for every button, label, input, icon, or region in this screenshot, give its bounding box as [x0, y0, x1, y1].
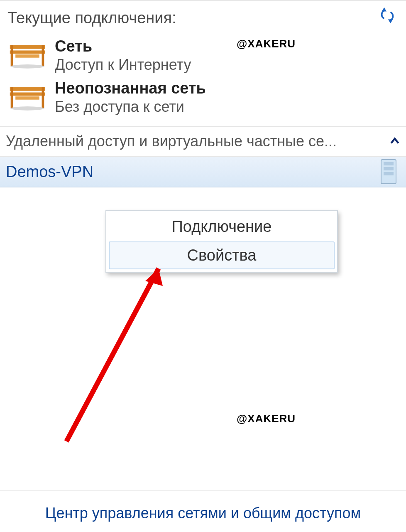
svg-rect-8 [11, 87, 13, 108]
vpn-server-icon [377, 158, 400, 185]
vpn-connection-item[interactable]: Demos-VPN [0, 157, 406, 187]
network-title: Неопознанная сеть [55, 80, 206, 97]
divider [0, 490, 406, 491]
refresh-icon[interactable] [378, 6, 397, 25]
svg-rect-7 [10, 93, 45, 96]
svg-rect-1 [10, 50, 45, 54]
svg-line-16 [66, 268, 159, 441]
annotation-arrow [50, 250, 183, 450]
svg-rect-13 [384, 162, 394, 165]
svg-rect-10 [15, 96, 39, 100]
svg-point-5 [11, 64, 44, 69]
svg-rect-0 [10, 45, 45, 49]
network-item[interactable]: Неопознанная сеть Без доступа к сети [0, 76, 406, 118]
network-title: Сеть [55, 38, 191, 55]
chevron-up-icon [389, 136, 400, 147]
bench-icon [7, 82, 47, 111]
svg-rect-6 [10, 87, 45, 91]
network-center-link[interactable]: Центр управления сетями и общим доступом [0, 505, 406, 522]
watermark: @XAKERU [237, 412, 296, 425]
menu-item-properties[interactable]: Свойства [109, 241, 335, 269]
network-sub: Доступ к Интернету [55, 56, 191, 73]
svg-rect-4 [15, 54, 39, 58]
bench-icon [7, 40, 47, 69]
watermark: @XAKERU [237, 37, 296, 50]
section-header-label: Удаленный доступ и виртуальные частные с… [6, 133, 337, 150]
svg-point-11 [11, 106, 44, 111]
section-header-remote-access[interactable]: Удаленный доступ и виртуальные частные с… [0, 126, 406, 157]
network-sub: Без доступа к сети [55, 98, 206, 115]
vpn-connection-name: Demos-VPN [6, 163, 93, 181]
menu-item-connect[interactable]: Подключение [109, 214, 335, 240]
current-connections-heading: Текущие подключения: [0, 1, 406, 34]
svg-rect-15 [384, 172, 394, 175]
svg-rect-9 [42, 87, 44, 108]
network-item[interactable]: Сеть Доступ к Интернету [0, 34, 406, 76]
svg-rect-14 [384, 167, 394, 170]
svg-rect-2 [11, 45, 13, 66]
svg-rect-3 [42, 45, 44, 66]
context-menu: Подключение Свойства [105, 210, 338, 273]
